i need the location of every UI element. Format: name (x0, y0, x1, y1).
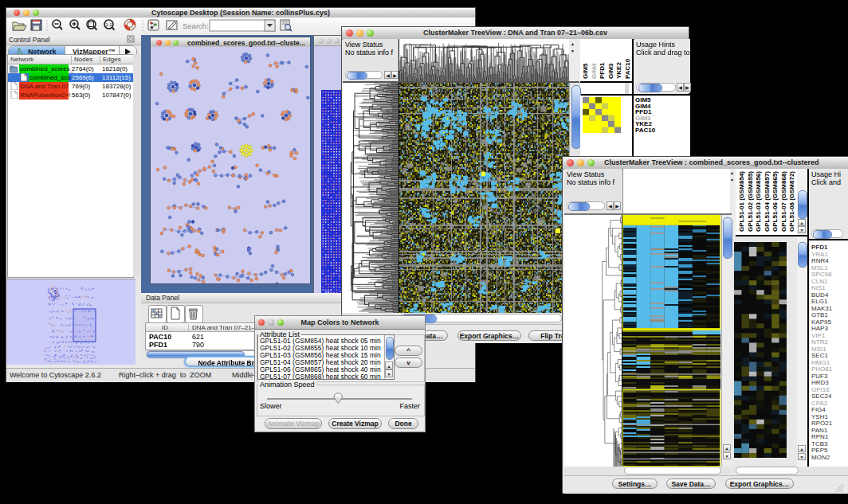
svg-text:1:1: 1:1 (105, 22, 112, 27)
svg-text:Search:: Search: (183, 21, 209, 30)
